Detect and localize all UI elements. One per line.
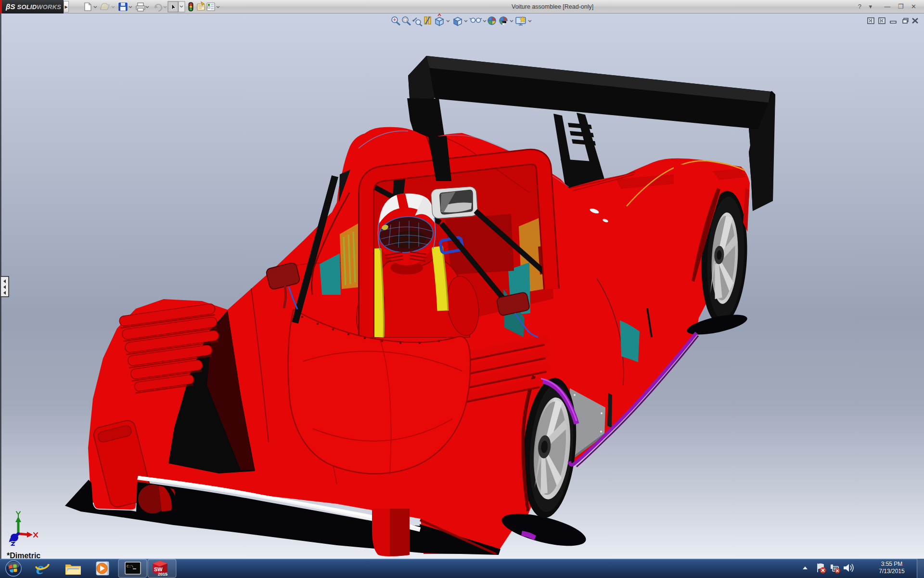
svg-text:2015: 2015 xyxy=(158,572,167,577)
svg-text:C:\: C:\ xyxy=(127,564,134,568)
svg-text:*Dimetric: *Dimetric xyxy=(7,552,40,559)
